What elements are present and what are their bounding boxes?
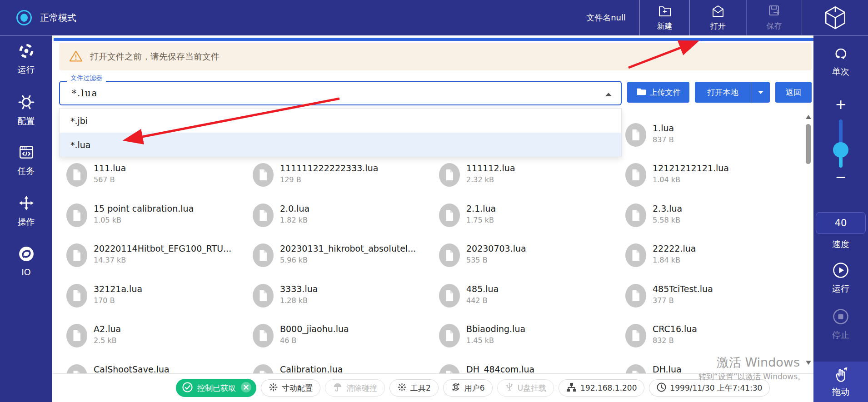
sidebar-item-io[interactable]: IO: [0, 246, 52, 277]
code-window-icon: [18, 144, 35, 162]
file-item[interactable]: 485.lua442 B: [439, 284, 499, 309]
file-item[interactable]: 3333.lua1.28 kB: [253, 284, 318, 309]
file-doc-icon: [439, 203, 460, 229]
file-name: A2.lua: [94, 324, 121, 334]
sidebar-item-run[interactable]: 运行: [0, 43, 52, 76]
file-item[interactable]: 20230131_hikrobot_absolutel...5.96 kB: [253, 243, 416, 269]
single-cycle-button[interactable]: 单次: [813, 46, 868, 78]
file-doc-icon: [625, 163, 646, 189]
file-name: 2.1.lua: [466, 203, 496, 214]
file-item[interactable]: 2.3.lua5.58 kB: [625, 203, 682, 229]
stop-program-button[interactable]: 停止: [813, 308, 868, 341]
save-file-button[interactable]: 保存: [746, 0, 802, 35]
clear-collision-pill[interactable]: 清除碰撞: [325, 379, 385, 397]
jog-sun-icon: [397, 382, 407, 394]
file-item[interactable]: 20230703.lua535 B: [439, 243, 526, 269]
file-item[interactable]: 15 point calibration.lua1.05 kB: [66, 203, 194, 229]
file-item[interactable]: 111.lua567 B: [66, 163, 126, 189]
scroll-up-icon[interactable]: [806, 115, 811, 119]
file-item[interactable]: 32121a.lua170 B: [66, 284, 142, 309]
file-item[interactable]: 1.lua837 B: [625, 123, 674, 149]
drag-mode-button[interactable]: 拖动: [813, 362, 868, 402]
usb-icon: [505, 382, 514, 394]
file-name: DH.lua: [653, 364, 682, 373]
file-item[interactable]: Bbiaoding.lua1.45 kB: [439, 324, 525, 349]
speed-plus-button[interactable]: +: [813, 98, 868, 111]
sidebar-item-config[interactable]: 配置: [0, 94, 52, 127]
jog-config-pill[interactable]: 寸动配置: [261, 379, 320, 397]
file-item[interactable]: DH_484com.lua: [439, 364, 534, 373]
file-item[interactable]: CalShootSave.lua: [66, 364, 170, 373]
user-frame-pill[interactable]: 用户6: [443, 379, 493, 397]
file-doc-icon: [253, 364, 274, 373]
rotate-frame-icon: [451, 382, 461, 394]
dropdown-option-jbi[interactable]: *.jbi: [60, 109, 621, 133]
file-item[interactable]: 111111222222333.lua129 B: [253, 163, 378, 189]
scrollbar-thumb[interactable]: [806, 124, 811, 164]
file-size: 1.05 kB: [94, 216, 194, 224]
run-program-button[interactable]: 运行: [813, 262, 868, 295]
file-filter-input[interactable]: *.lua: [59, 81, 622, 105]
open-local-button[interactable]: 打开本地: [695, 82, 751, 103]
tool-pill[interactable]: 工具2: [389, 379, 439, 397]
file-doc-icon: [439, 243, 460, 269]
top-bar: 正常模式 文件名null 新建 打开 保存: [0, 0, 868, 35]
file-name: 22222.lua: [653, 243, 696, 254]
brand-logo: [802, 0, 868, 35]
chevron-up-icon[interactable]: [605, 93, 612, 96]
file-name: B000_jiaohu.lua: [280, 324, 349, 334]
file-name: 20230703.lua: [466, 243, 526, 254]
new-file-button[interactable]: 新建: [639, 0, 689, 35]
usb-mount-pill[interactable]: U盘挂载: [497, 379, 554, 397]
file-item[interactable]: 20220114Hitbot_EFG100_RTU...14.37 kB: [66, 243, 231, 269]
lan-icon: [566, 382, 577, 394]
file-doc-icon: [625, 324, 646, 349]
file-size: 535 B: [466, 256, 526, 264]
speed-slider-thumb[interactable]: [833, 142, 848, 158]
file-name: 111112.lua: [466, 163, 515, 174]
back-button[interactable]: 返回: [775, 82, 812, 103]
file-item[interactable]: Calibration.lua: [253, 364, 343, 373]
control-acquired-pill[interactable]: 控制已获取: [176, 379, 256, 397]
speed-value-box[interactable]: 40: [816, 212, 866, 234]
file-doc-icon: [253, 284, 274, 309]
windows-activation-watermark: 激活 Windows: [717, 354, 800, 371]
file-item[interactable]: DH.lua: [625, 364, 682, 373]
file-item[interactable]: B000_jiaohu.lua46 B: [253, 324, 349, 349]
file-size: 442 B: [466, 296, 499, 305]
run-target-icon: [18, 43, 35, 61]
file-item[interactable]: 12121212121.lua1.04 kB: [625, 163, 729, 189]
open-local-button-group: 打开本地: [695, 82, 770, 103]
sidebar-item-operate[interactable]: 操作: [0, 195, 52, 228]
speed-minus-button[interactable]: −: [813, 170, 868, 184]
file-item[interactable]: 111112.lua2.32 kB: [439, 163, 515, 189]
file-size: 5.58 kB: [653, 216, 682, 224]
file-size: 1.84 kB: [653, 256, 696, 264]
file-size: 832 B: [653, 336, 697, 345]
mode-indicator[interactable]: 正常模式: [16, 0, 76, 35]
open-local-caret-button[interactable]: [751, 82, 770, 103]
file-item[interactable]: 2.0.lua1.82 kB: [253, 203, 309, 229]
open-file-button[interactable]: 打开: [689, 0, 746, 35]
file-name: DH_484com.lua: [466, 364, 534, 373]
chevron-down-icon: [758, 91, 763, 94]
file-item[interactable]: A2.lua2.5 kB: [66, 324, 121, 349]
file-item[interactable]: 22222.lua1.84 kB: [625, 243, 696, 269]
network-ip-pill[interactable]: 192.168.1.200: [559, 379, 644, 397]
scrollbar: [805, 113, 812, 373]
file-doc-icon: [439, 324, 460, 349]
file-item[interactable]: 2.1.lua1.75 kB: [439, 203, 496, 229]
file-size: 377 B: [653, 296, 713, 305]
file-doc-icon: [625, 364, 646, 373]
file-size: 1.75 kB: [466, 216, 496, 224]
sidebar-item-task[interactable]: 任务: [0, 144, 52, 177]
dropdown-option-lua[interactable]: *.lua: [60, 133, 621, 157]
file-doc-icon: [253, 163, 274, 189]
file-name: 485TciTest.lua: [653, 284, 713, 294]
speed-label: 速度: [813, 238, 868, 250]
release-control-icon[interactable]: [240, 382, 252, 395]
upload-file-button[interactable]: 上传文件: [627, 82, 689, 103]
file-item[interactable]: CRC16.lua832 B: [625, 324, 697, 349]
file-item[interactable]: 485TciTest.lua377 B: [625, 284, 713, 309]
scroll-down-icon[interactable]: [806, 361, 811, 365]
